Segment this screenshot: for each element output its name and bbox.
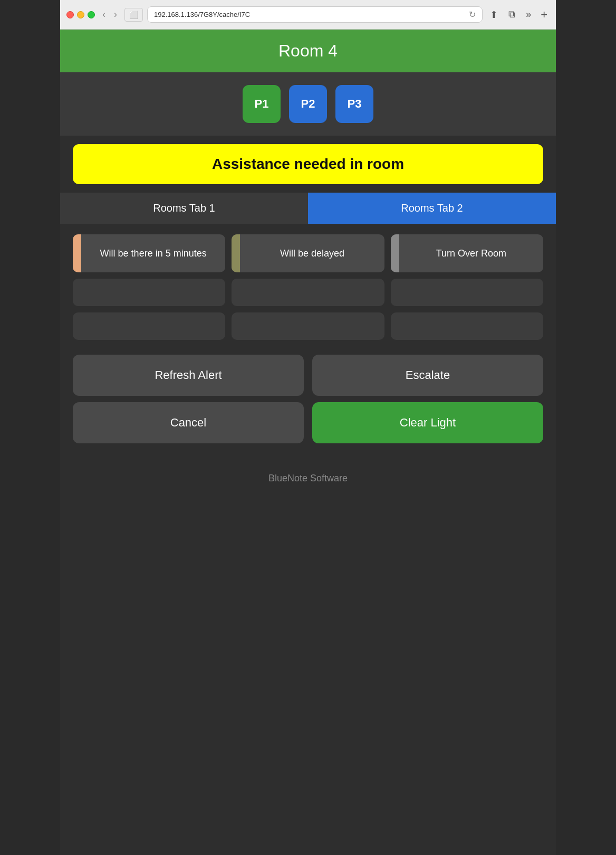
response-btn-label-2: Will be delayed <box>240 234 384 272</box>
close-button[interactable] <box>66 11 74 18</box>
action-row-1: Refresh Alert Escalate <box>73 355 543 396</box>
response-btn-label-3: Turn Over Room <box>399 234 543 272</box>
browser-actions: ⬆ ⧉ » <box>487 8 534 22</box>
tab-overview-button[interactable]: ⧉ <box>505 8 518 21</box>
room-title: Room 4 <box>72 41 544 61</box>
accent-bar-orange <box>73 234 81 272</box>
response-grid: Will be there in 5 minutes Will be delay… <box>60 224 556 350</box>
traffic-lights <box>66 11 95 18</box>
response-button-empty-9 <box>391 312 543 340</box>
address-text: 192.168.1.136/7G8Y/cache/I7C <box>154 11 250 18</box>
back-button[interactable]: ‹ <box>99 8 109 21</box>
patient-button-p3[interactable]: P3 <box>335 85 373 123</box>
cancel-button[interactable]: Cancel <box>73 402 304 443</box>
response-button-will-be-there[interactable]: Will be there in 5 minutes <box>73 234 225 272</box>
accent-bar-gray <box>391 234 399 272</box>
alert-banner: Assistance needed in room <box>73 144 543 184</box>
app-container: Room 4 P1 P2 P3 Assistance needed in roo… <box>60 30 556 855</box>
refresh-alert-button[interactable]: Refresh Alert <box>73 355 304 396</box>
reload-button[interactable]: ↻ <box>469 10 476 20</box>
action-row-2: Cancel Clear Light <box>73 402 543 443</box>
minimize-button[interactable] <box>77 11 84 18</box>
forward-button[interactable]: › <box>111 8 120 21</box>
accent-bar-olive <box>232 234 240 272</box>
maximize-button[interactable] <box>88 11 95 18</box>
response-button-empty-7 <box>73 312 225 340</box>
room-header: Room 4 <box>60 30 556 72</box>
footer-text: BlueNote Software <box>268 473 348 483</box>
response-button-turn-over[interactable]: Turn Over Room <box>391 234 543 272</box>
patient-section: P1 P2 P3 <box>60 72 556 136</box>
more-button[interactable]: » <box>523 8 534 21</box>
new-tab-button[interactable]: + <box>538 7 550 23</box>
tab-rooms-1[interactable]: Rooms Tab 1 <box>60 193 308 224</box>
nav-buttons: ‹ › <box>99 8 120 21</box>
tabs-container: Rooms Tab 1 Rooms Tab 2 <box>60 193 556 224</box>
alert-text: Assistance needed in room <box>212 156 404 172</box>
browser-chrome: ‹ › ⬜ 192.168.1.136/7G8Y/cache/I7C ↻ ⬆ ⧉… <box>60 0 556 30</box>
response-button-empty-4 <box>73 279 225 306</box>
response-btn-label-1: Will be there in 5 minutes <box>81 234 225 272</box>
patient-button-p2[interactable]: P2 <box>289 85 327 123</box>
response-button-empty-8 <box>232 312 384 340</box>
share-button[interactable]: ⬆ <box>487 8 501 22</box>
response-button-empty-6 <box>391 279 543 306</box>
response-button-empty-5 <box>232 279 384 306</box>
action-section: Refresh Alert Escalate Cancel Clear Ligh… <box>60 350 556 448</box>
sidebar-toggle-button[interactable]: ⬜ <box>124 8 143 22</box>
escalate-button[interactable]: Escalate <box>312 355 543 396</box>
address-bar[interactable]: 192.168.1.136/7G8Y/cache/I7C ↻ <box>147 6 483 23</box>
footer: BlueNote Software <box>60 456 556 501</box>
clear-light-button[interactable]: Clear Light <box>312 402 543 443</box>
tab-rooms-2[interactable]: Rooms Tab 2 <box>308 193 556 224</box>
patient-button-p1[interactable]: P1 <box>243 85 281 123</box>
response-button-will-be-delayed[interactable]: Will be delayed <box>232 234 384 272</box>
